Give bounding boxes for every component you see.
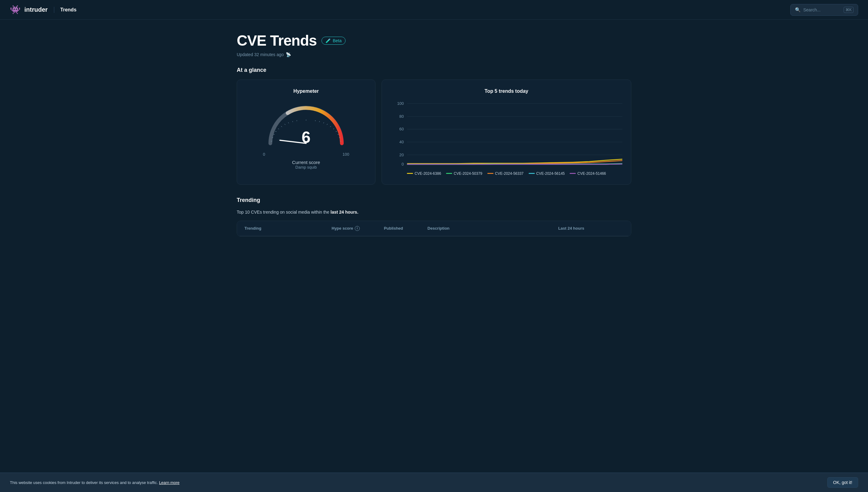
trending-subtitle-plain: Top 10 CVEs trending on social media wit… — [237, 210, 330, 215]
at-a-glance-title: At a glance — [237, 67, 631, 73]
navbar: 👾 intruder Trends 🔍 Search... ⌘K — [0, 0, 868, 20]
legend-label-2: CVE-2024-50379 — [454, 171, 482, 176]
trending-section-title: Trending — [237, 197, 631, 203]
hypemeter-title: Hypemeter — [293, 89, 319, 94]
search-icon: 🔍 — [795, 7, 801, 13]
updated-text: Updated 32 minutes ago 📡 — [237, 52, 631, 57]
logo-text: intruder — [24, 6, 48, 13]
trending-subtitle-bold: last 24 hours. — [330, 210, 358, 215]
legend-label-1: CVE-2024-6386 — [415, 171, 441, 176]
gauge-container: 6 — [263, 100, 349, 149]
trending-table: Trending Hype score i Published Descript… — [237, 221, 631, 237]
page-header: CVE Trends 🧪 Beta Updated 32 minutes ago… — [237, 32, 631, 57]
th-trending: Trending — [244, 226, 332, 231]
glance-cards: Hypemeter — [237, 79, 631, 184]
legend-item-1: CVE-2024-6386 — [407, 171, 441, 176]
main-content: CVE Trends 🧪 Beta Updated 32 minutes ago… — [218, 20, 650, 279]
trending-subtitle: Top 10 CVEs trending on social media wit… — [237, 210, 631, 215]
top5-card: Top 5 trends today 100 80 60 40 — [381, 79, 631, 184]
hypemeter-card: Hypemeter — [237, 79, 375, 184]
top5-title: Top 5 trends today — [391, 89, 622, 94]
beta-label: Beta — [332, 38, 342, 43]
beta-badge: 🧪 Beta — [322, 37, 346, 45]
updated-label: Updated 32 minutes ago — [237, 52, 284, 57]
legend-item-5: CVE-2024-51466 — [570, 171, 606, 176]
search-shortcut: ⌘K — [844, 7, 853, 13]
page-title: CVE Trends — [237, 32, 317, 49]
svg-text:0: 0 — [402, 162, 404, 167]
th-published: Published — [384, 226, 427, 231]
svg-text:20: 20 — [399, 153, 404, 157]
chart-area: 100 80 60 40 20 0 — [391, 100, 622, 168]
svg-text:100: 100 — [397, 101, 404, 106]
chart-legend: CVE-2024-6386 CVE-2024-50379 CVE-2024-56… — [391, 171, 622, 176]
nav-left: 👾 intruder Trends — [10, 5, 76, 15]
title-row: CVE Trends 🧪 Beta — [237, 32, 631, 49]
legend-item-2: CVE-2024-50379 — [446, 171, 482, 176]
th-hype-score: Hype score i — [332, 226, 384, 231]
table-header: Trending Hype score i Published Descript… — [237, 221, 631, 236]
info-icon[interactable]: i — [355, 226, 360, 231]
gauge-sub-label: Damp squib — [295, 165, 317, 170]
svg-text:80: 80 — [399, 114, 404, 119]
trending-section: Trending Top 10 CVEs trending on social … — [237, 197, 631, 237]
gauge-labels: 0 100 — [263, 152, 349, 156]
legend-dot-2 — [446, 173, 452, 174]
legend-dot-4 — [529, 173, 535, 174]
legend-dot-5 — [570, 173, 576, 174]
legend-label-5: CVE-2024-51466 — [577, 171, 606, 176]
cookie-learn-more-link[interactable]: Learn more — [159, 480, 179, 485]
at-a-glance-section: At a glance Hypemeter — [237, 67, 631, 184]
th-last24h: Last 24 hours — [558, 226, 624, 231]
nav-page-title: Trends — [60, 7, 76, 13]
chart-svg: 100 80 60 40 20 0 — [391, 100, 622, 168]
search-placeholder: Search... — [803, 7, 841, 12]
svg-text:40: 40 — [399, 140, 404, 144]
cookie-text: This website uses cookies from Intruder … — [10, 480, 179, 485]
cookie-accept-button[interactable]: OK, got it! — [827, 477, 858, 488]
svg-text:60: 60 — [399, 127, 404, 131]
search-bar[interactable]: 🔍 Search... ⌘K — [790, 4, 858, 16]
nav-divider — [54, 7, 54, 13]
th-hype-label: Hype score — [332, 226, 353, 230]
legend-label-4: CVE-2024-56145 — [536, 171, 565, 176]
th-description: Description — [427, 226, 558, 231]
gauge-max: 100 — [343, 152, 349, 156]
cookie-banner: This website uses cookies from Intruder … — [0, 473, 868, 492]
logo-icon: 👾 — [10, 5, 21, 15]
legend-dot-3 — [487, 173, 494, 174]
cookie-text-content: This website uses cookies from Intruder … — [10, 480, 158, 485]
legend-item-3: CVE-2024-56337 — [487, 171, 524, 176]
legend-label-3: CVE-2024-56337 — [495, 171, 524, 176]
rss-icon: 📡 — [286, 52, 291, 57]
gauge-number: 6 — [302, 128, 311, 146]
legend-item-4: CVE-2024-56145 — [529, 171, 565, 176]
legend-dot-1 — [407, 173, 413, 174]
beta-flask-icon: 🧪 — [325, 38, 331, 43]
gauge-current-label: Current score — [292, 160, 320, 165]
gauge-min: 0 — [263, 152, 265, 156]
